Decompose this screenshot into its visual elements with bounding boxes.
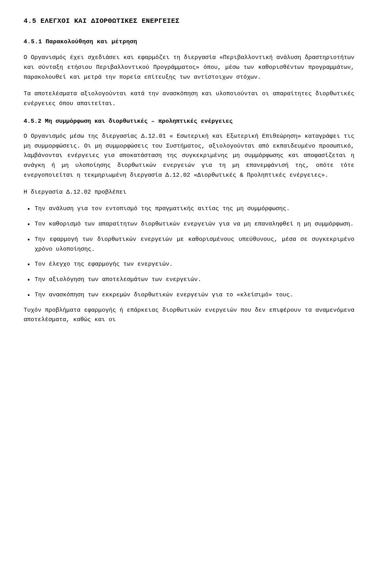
page-content: 4.5 ΕΛΕΓΧΟΙ ΚΑΙ ΔΙΟΡΘΩΤΙΚΕΣ ΕΝΕΡΓΕΙΕΣ 4.… [24,16,354,325]
list-item: Την ανασκόπηση των εκκρεμών διορθωτικών … [24,290,354,300]
section-4-5-2-paragraph-3: Τυχόν προβλήματα εφαρμογής ή επάρκειας δ… [24,306,354,325]
section-4-5-2: 4.5.2 Μη συμμόρφωση και διορθωτικές – πρ… [24,117,354,325]
section-4-5-1-paragraph-1: Ο Οργανισμός έχει σχεδιάσει και εφαρμόζε… [24,53,354,82]
section-4-5-2-paragraph-1: Ο Οργανισμός μέσω της διεργασίας Δ.12.01… [24,132,354,181]
section-4-5-1: 4.5.1 Παρακολούθηση και μέτρηση Ο Οργανι… [24,37,354,109]
section-4-5-2-title: 4.5.2 Μη συμμόρφωση και διορθωτικές – πρ… [24,117,354,126]
list-item: Τον έλεγχο της εφαρμογής των ενεργειών. [24,260,354,270]
section-4-5-2-paragraph-2: Η διεργασία Δ.12.02 προβλέπει [24,188,354,198]
list-item: Τον καθορισμό των απαραίτητων διορθωτικώ… [24,220,354,229]
section-4-5-1-paragraph-2: Τα αποτελέσματα αξιολογούνται κατά την α… [24,89,354,109]
section-4-5-1-title: 4.5.1 Παρακολούθηση και μέτρηση [24,37,354,47]
list-item: Την εφαρμογή των διορθωτικών ενεργειών μ… [24,235,354,255]
bullet-list: Την ανάλυση για τον εντοπισμό της πραγμα… [24,204,354,300]
list-item: Την αξιολόγηση των αποτελεσμάτων των ενε… [24,275,354,285]
list-item: Την ανάλυση για τον εντοπισμό της πραγμα… [24,204,354,214]
main-title: 4.5 ΕΛΕΓΧΟΙ ΚΑΙ ΔΙΟΡΘΩΤΙΚΕΣ ΕΝΕΡΓΕΙΕΣ [24,16,354,26]
